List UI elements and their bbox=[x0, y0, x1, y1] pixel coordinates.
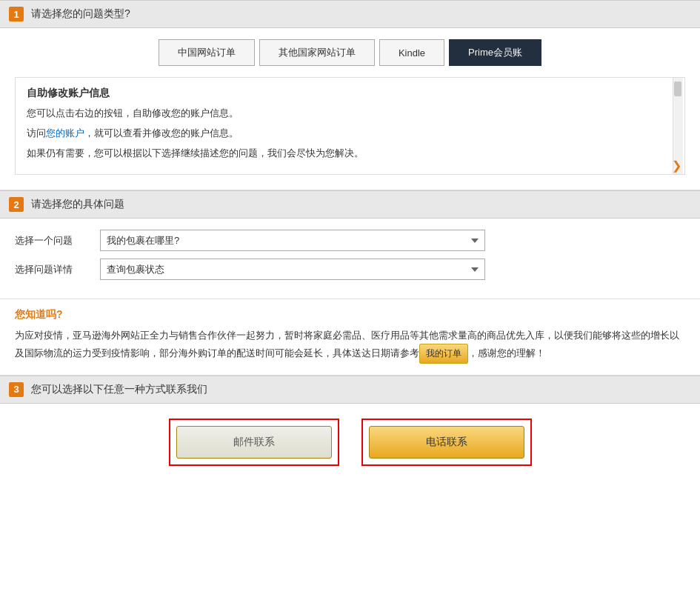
info-title: 自助修改账户信息 bbox=[27, 87, 673, 100]
problem-select[interactable]: 我的包裹在哪里? 其他问题 bbox=[100, 230, 485, 251]
section-1: 1 请选择您的问题类型? 中国网站订单 其他国家网站订单 Kindle Prim… bbox=[0, 0, 700, 190]
know-text-before: 为应对疫情，亚马逊海外网站正全力与销售合作伙伴一起努力，暂时将家庭必需品、医疗用… bbox=[15, 330, 679, 359]
info-line-2: 访问您的账户，就可以查看并修改您的账户信息。 bbox=[27, 126, 673, 141]
section-2-header: 2 请选择您的具体问题 bbox=[0, 190, 700, 219]
section-1-title: 请选择您的问题类型? bbox=[31, 7, 130, 21]
section-3-number: 3 bbox=[9, 382, 24, 397]
section-3-title: 您可以选择以下任意一种方式联系我们 bbox=[31, 383, 207, 396]
tabs-row: 中国网站订单 其他国家网站订单 Kindle Prime会员账 bbox=[15, 39, 685, 66]
detail-row: 选择问题详情 查询包裹状态 其他详情 bbox=[15, 259, 685, 280]
scrollbar[interactable]: ❯ bbox=[673, 78, 683, 174]
know-title: 您知道吗? bbox=[15, 308, 685, 321]
account-link[interactable]: 您的账户 bbox=[46, 127, 84, 139]
scroll-down-icon[interactable]: ❯ bbox=[672, 159, 681, 173]
section-3-header: 3 您可以选择以下任意一种方式联系我们 bbox=[0, 376, 700, 404]
contact-buttons-row: 邮件联系 电话联系 bbox=[15, 419, 685, 466]
info-line-3: 如果仍有需要，您可以根据以下选择继续描述您的问题，我们会尽快为您解决。 bbox=[27, 146, 673, 161]
my-orders-link[interactable]: 我的订单 bbox=[419, 344, 468, 363]
phone-contact-button[interactable]: 电话联系 bbox=[369, 426, 524, 459]
page-container: 1 请选择您的问题类型? 中国网站订单 其他国家网站订单 Kindle Prim… bbox=[0, 0, 700, 481]
tab-kindle[interactable]: Kindle bbox=[379, 39, 444, 66]
section-2: 2 请选择您的具体问题 选择一个问题 我的包裹在哪里? 其他问题 选择问题详情 … bbox=[0, 190, 700, 299]
know-text-after: ，感谢您的理解！ bbox=[468, 347, 545, 359]
info-line-1: 您可以点击右边的按钮，自助修改您的账户信息。 bbox=[27, 106, 673, 121]
tab-china-orders[interactable]: 中国网站订单 bbox=[159, 39, 255, 66]
tab-prime[interactable]: Prime会员账 bbox=[449, 39, 541, 66]
know-section: 您知道吗? 为应对疫情，亚马逊海外网站正全力与销售合作伙伴一起努力，暂时将家庭必… bbox=[0, 299, 700, 375]
section-3: 3 您可以选择以下任意一种方式联系我们 邮件联系 电话联系 bbox=[0, 376, 700, 481]
section-2-body: 选择一个问题 我的包裹在哪里? 其他问题 选择问题详情 查询包裹状态 其他详情 bbox=[0, 219, 700, 299]
section-2-number: 2 bbox=[9, 197, 24, 212]
scroll-thumb bbox=[674, 81, 681, 96]
section-1-body: 中国网站订单 其他国家网站订单 Kindle Prime会员账 ❯ 自助修改账户… bbox=[0, 28, 700, 190]
detail-label: 选择问题详情 bbox=[15, 263, 89, 276]
section-1-header: 1 请选择您的问题类型? bbox=[0, 0, 700, 28]
section-2-title: 请选择您的具体问题 bbox=[31, 198, 124, 211]
email-option: 邮件联系 bbox=[169, 419, 339, 466]
section-3-body: 邮件联系 电话联系 bbox=[0, 404, 700, 481]
detail-select[interactable]: 查询包裹状态 其他详情 bbox=[100, 259, 485, 280]
problem-label: 选择一个问题 bbox=[15, 234, 89, 247]
problem-row: 选择一个问题 我的包裹在哪里? 其他问题 bbox=[15, 230, 685, 251]
tab-other-orders[interactable]: 其他国家网站订单 bbox=[259, 39, 375, 66]
email-contact-button[interactable]: 邮件联系 bbox=[176, 426, 332, 459]
section-1-number: 1 bbox=[9, 7, 24, 21]
info-box: ❯ 自助修改账户信息 您可以点击右边的按钮，自助修改您的账户信息。 访问您的账户… bbox=[15, 77, 685, 175]
phone-option: 电话联系 bbox=[361, 419, 532, 466]
know-content: 为应对疫情，亚马逊海外网站正全力与销售合作伙伴一起努力，暂时将家庭必需品、医疗用… bbox=[15, 327, 685, 363]
